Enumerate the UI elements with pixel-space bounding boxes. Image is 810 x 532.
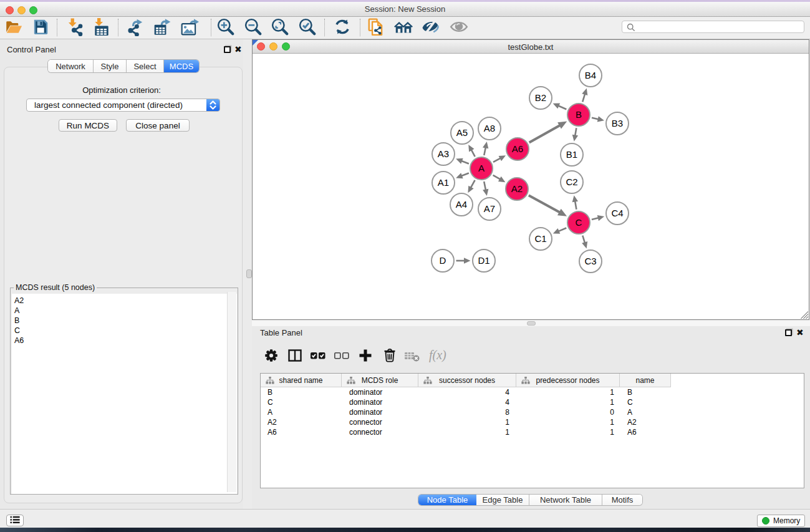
edge-A2-C[interactable]	[529, 195, 560, 212]
column-header-successor-nodes[interactable]: successor nodes	[418, 374, 516, 387]
mcds-result-list[interactable]: A2ABCA6	[12, 294, 237, 494]
columns-button[interactable]	[287, 349, 303, 365]
edge-A-A1[interactable]	[461, 173, 469, 176]
tab-edge-table[interactable]: Edge Table	[476, 495, 529, 505]
window-resize-grip[interactable]	[801, 311, 808, 319]
node-C2[interactable]: C2	[561, 171, 583, 193]
node-B[interactable]: B	[567, 104, 590, 126]
show-details-button[interactable]	[449, 18, 469, 38]
edge-B-B4[interactable]	[582, 94, 585, 102]
import-table-button[interactable]	[92, 18, 112, 38]
zoom-out-button[interactable]	[243, 18, 263, 38]
edge-C-C2[interactable]	[575, 201, 576, 210]
import-network-button[interactable]	[65, 18, 85, 38]
mcds-result-item[interactable]: A	[12, 306, 237, 316]
network-overview-button[interactable]	[393, 18, 413, 38]
edge-A-A6[interactable]	[493, 158, 501, 162]
mcds-result-item[interactable]: C	[12, 326, 237, 336]
zoom-fit-button[interactable]	[270, 18, 290, 38]
edge-B-B1[interactable]	[575, 128, 576, 135]
mcds-result-scrollbar[interactable]	[227, 292, 236, 492]
mcds-result-item[interactable]: A6	[12, 336, 237, 346]
export-table-button[interactable]	[152, 18, 172, 38]
search-field[interactable]	[622, 21, 804, 33]
table-row-B[interactable]: Bdominator41B	[261, 387, 804, 397]
tab-select[interactable]: Select	[127, 60, 164, 72]
select-all-button[interactable]	[310, 349, 326, 365]
vertical-splitter-handle[interactable]	[246, 269, 252, 278]
panel-list-button[interactable]	[6, 515, 24, 526]
node-A8[interactable]: A8	[478, 117, 501, 140]
table-row-C[interactable]: Cdominator41C	[261, 397, 804, 407]
node-B2[interactable]: B2	[529, 87, 552, 109]
node-A4[interactable]: A4	[450, 193, 473, 216]
edge-C-C4[interactable]	[592, 218, 599, 220]
control-panel-close-icon[interactable]: ✖	[234, 46, 242, 53]
horizontal-splitter-handle[interactable]	[527, 321, 536, 326]
optimization-criterion-select[interactable]: largest connected component (directed)	[26, 99, 220, 112]
node-A6[interactable]: A6	[506, 138, 529, 160]
table-panel-float-icon[interactable]	[785, 329, 792, 336]
tab-node-table[interactable]: Node Table	[418, 495, 476, 505]
delete-table-button[interactable]	[404, 349, 420, 365]
column-header-MCDS-role[interactable]: MCDS role	[342, 374, 418, 387]
add-button[interactable]	[357, 349, 374, 365]
save-button[interactable]	[31, 18, 51, 38]
edge-A-A4[interactable]	[471, 180, 475, 188]
column-header-predecessor-nodes[interactable]: predecessor nodes	[516, 374, 620, 387]
deselect-all-button[interactable]	[334, 349, 350, 365]
column-header-name[interactable]: name	[620, 374, 671, 387]
node-A2[interactable]: A2	[506, 178, 528, 200]
refresh-button[interactable]	[332, 18, 352, 38]
edge-C-C3[interactable]	[582, 236, 585, 243]
node-C3[interactable]: C3	[579, 250, 602, 273]
node-D[interactable]: D	[432, 249, 454, 272]
edge-B-B2[interactable]	[558, 106, 566, 110]
memory-button[interactable]: Memory	[757, 515, 805, 527]
edge-A-A2[interactable]	[493, 175, 501, 180]
node-A3[interactable]: A3	[432, 143, 455, 165]
table-row-A2[interactable]: A2connector11A2	[261, 417, 804, 427]
gear-button[interactable]	[263, 349, 279, 365]
node-B4[interactable]: B4	[579, 64, 602, 87]
node-B1[interactable]: B1	[561, 143, 583, 166]
mcds-result-item[interactable]: A2	[12, 296, 237, 306]
tab-style[interactable]: Style	[94, 60, 127, 72]
table-panel-close-icon[interactable]: ✖	[796, 329, 804, 336]
edge-A-A7[interactable]	[484, 181, 486, 190]
edge-A-A5[interactable]	[471, 150, 475, 157]
horizontal-splitter[interactable]	[252, 321, 810, 326]
node-D1[interactable]: D1	[473, 249, 495, 272]
edge-A-A3[interactable]	[461, 161, 469, 163]
open-folder-button[interactable]	[4, 18, 24, 38]
close-panel-button[interactable]: Close panel	[126, 119, 190, 132]
edge-A-A8[interactable]	[484, 147, 486, 155]
delete-button[interactable]	[382, 349, 398, 365]
zoom-selected-button[interactable]	[297, 18, 317, 38]
edge-A6-B[interactable]	[529, 125, 560, 143]
tab-mcds[interactable]: MCDS	[164, 60, 199, 72]
function-button[interactable]: f(x)	[430, 349, 446, 365]
export-image-button[interactable]	[180, 18, 200, 38]
tab-network-table[interactable]: Network Table	[529, 495, 602, 505]
tab-network[interactable]: Network	[48, 60, 94, 72]
edge-B-B3[interactable]	[592, 118, 599, 119]
node-C[interactable]: C	[567, 211, 590, 234]
export-network-button[interactable]	[126, 18, 146, 38]
node-C1[interactable]: C1	[529, 228, 552, 250]
node-C4[interactable]: C4	[606, 202, 629, 225]
control-panel-float-icon[interactable]	[224, 46, 231, 53]
node-A[interactable]: A	[470, 157, 493, 180]
hide-details-button[interactable]	[421, 18, 441, 38]
table-row-A[interactable]: Adominator80A	[261, 407, 804, 417]
network-canvas[interactable]: AA6A2BCA5A8A3A1A4A7B2B4B3B1C2C4C3C1DD1	[253, 54, 809, 319]
mcds-result-item[interactable]: B	[12, 316, 237, 326]
node-A7[interactable]: A7	[478, 198, 501, 220]
search-input[interactable]	[639, 22, 801, 32]
node-B3[interactable]: B3	[606, 112, 629, 135]
vertical-splitter[interactable]	[243, 39, 252, 509]
node-A5[interactable]: A5	[451, 122, 473, 144]
edge-C-C1[interactable]	[559, 228, 567, 231]
clone-network-button[interactable]	[366, 18, 386, 38]
column-header-shared-name[interactable]: shared name	[261, 374, 342, 387]
